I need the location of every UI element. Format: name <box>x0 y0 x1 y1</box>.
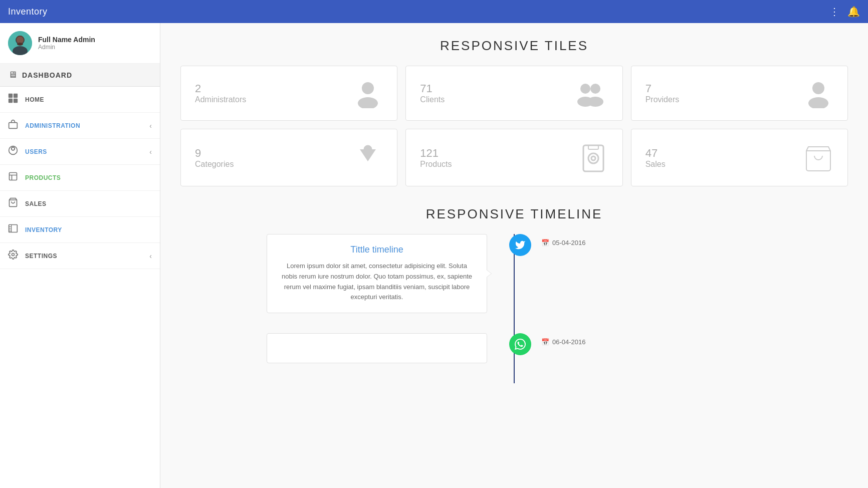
dashboard-label: DASHBOARD <box>22 71 72 79</box>
providers-icon <box>803 78 833 108</box>
body-layout: Full Name Admin Admin 🖥 DASHBOARD HOME A… <box>0 23 868 488</box>
bell-icon[interactable]: 🔔 <box>847 6 860 18</box>
tiles-section: RESPONSIVE TILES 2 Administrators <box>180 38 848 186</box>
sidebar-item-sales[interactable]: SALES <box>0 191 160 217</box>
svg-point-12 <box>12 147 15 150</box>
svg-point-5 <box>17 43 23 46</box>
home-icon <box>8 93 18 106</box>
sales-tile-icon <box>803 143 833 173</box>
user-name: Full Name Admin <box>38 36 95 44</box>
products-label: PRODUCTS <box>25 174 61 181</box>
settings-arrow: ‹ <box>149 252 152 260</box>
administrators-number: 2 <box>195 82 246 95</box>
tile-sales[interactable]: 47 Sales <box>631 129 848 186</box>
twitter-dot <box>509 234 531 256</box>
products-icon <box>8 171 18 184</box>
timeline-date-whatsapp: 📅 06-04-2016 <box>541 338 848 346</box>
tile-clients[interactable]: 71 Clients <box>405 66 622 121</box>
inventory-icon <box>8 223 18 236</box>
svg-point-23 <box>812 82 824 94</box>
svg-rect-7 <box>14 94 18 98</box>
svg-point-18 <box>358 97 378 108</box>
app-title: Inventory <box>8 7 48 17</box>
tile-providers-text: 7 Providers <box>645 82 680 104</box>
products-label: Products <box>420 160 452 169</box>
sales-number: 47 <box>645 147 666 160</box>
home-label: HOME <box>25 96 44 103</box>
tile-products-text: 121 Products <box>420 147 452 169</box>
monitor-icon: 🖥 <box>8 70 17 80</box>
sidebar-item-home[interactable]: HOME <box>0 87 160 113</box>
timeline-date-side-2: 📅 06-04-2016 <box>531 333 848 346</box>
products-icon <box>578 141 608 174</box>
timeline-section-title: RESPONSIVE TIMELINE <box>180 206 848 222</box>
svg-rect-10 <box>9 123 18 129</box>
inventory-label: INVENTORY <box>25 226 62 233</box>
sidebar-item-settings[interactable]: SETTINGS ‹ <box>0 243 160 269</box>
svg-rect-8 <box>9 99 13 103</box>
svg-point-28 <box>591 156 595 160</box>
providers-label: Providers <box>645 95 680 104</box>
categories-label: Categories <box>195 160 234 169</box>
sales-label: SALES <box>25 200 47 207</box>
sales-label: Sales <box>645 160 666 169</box>
sidebar-nav: HOME ADMINISTRATION ‹ USERS ‹ <box>0 87 160 269</box>
date-text: 05-04-2016 <box>552 239 586 247</box>
tile-categories-text: 9 Categories <box>195 147 234 169</box>
administration-arrow: ‹ <box>149 122 152 130</box>
users-label: USERS <box>25 148 47 155</box>
menu-dots-icon[interactable]: ⋮ <box>829 6 839 18</box>
timeline-card-whatsapp <box>267 333 487 363</box>
user-info: Full Name Admin Admin <box>38 36 95 51</box>
timeline-section: RESPONSIVE TIMELINE Tittle timeline Lore… <box>180 206 848 383</box>
products-number: 121 <box>420 147 452 160</box>
tile-sales-text: 47 Sales <box>645 147 666 169</box>
dashboard-section: 🖥 DASHBOARD <box>0 64 160 87</box>
users-icon <box>8 145 18 158</box>
timeline-item-whatsapp: 📅 06-04-2016 <box>180 333 848 363</box>
briefcase-icon <box>8 119 18 132</box>
tile-providers[interactable]: 7 Providers <box>631 66 848 121</box>
administrators-icon <box>353 78 383 108</box>
timeline-card-side: Tittle timeline Lorem ipsum dolor sit am… <box>180 234 509 313</box>
user-section: Full Name Admin Admin <box>0 23 160 64</box>
calendar-icon-2: 📅 <box>541 338 549 346</box>
sidebar-item-administration[interactable]: ADMINISTRATION ‹ <box>0 113 160 139</box>
svg-point-4 <box>17 37 24 44</box>
sidebar-item-users[interactable]: USERS ‹ <box>0 139 160 165</box>
svg-point-21 <box>590 84 600 94</box>
svg-rect-9 <box>14 99 18 103</box>
settings-icon <box>8 250 18 262</box>
tile-categories[interactable]: 9 Categories <box>180 129 397 186</box>
tiles-grid: 2 Administrators 71 Clients <box>180 66 848 186</box>
top-header: Inventory ⋮ 🔔 <box>0 0 868 23</box>
clients-number: 71 <box>420 82 445 95</box>
whatsapp-dot <box>509 333 531 355</box>
timeline-date-twitter: 📅 05-04-2016 <box>541 239 848 247</box>
timeline-dot-side-2 <box>509 333 531 355</box>
tile-products[interactable]: 121 Products <box>405 129 622 186</box>
sidebar-item-products[interactable]: PRODUCTS <box>0 165 160 191</box>
tiles-section-title: RESPONSIVE TILES <box>180 38 848 54</box>
timeline-arrow <box>487 270 492 278</box>
settings-label: SETTINGS <box>25 253 57 260</box>
sidebar-item-inventory[interactable]: INVENTORY <box>0 217 160 243</box>
avatar <box>8 31 32 55</box>
calendar-icon: 📅 <box>541 239 549 247</box>
timeline-card-side-2 <box>180 333 509 363</box>
tile-administrators[interactable]: 2 Administrators <box>180 66 397 121</box>
svg-rect-6 <box>9 94 13 98</box>
timeline-card-twitter: Tittle timeline Lorem ipsum dolor sit am… <box>267 234 487 313</box>
svg-point-24 <box>808 97 828 108</box>
header-right: ⋮ 🔔 <box>829 6 860 18</box>
svg-point-19 <box>580 84 590 94</box>
timeline-card-title: Tittle timeline <box>281 245 473 255</box>
administrators-label: Administrators <box>195 95 246 104</box>
sales-icon <box>8 197 18 210</box>
clients-icon <box>573 80 608 107</box>
user-role: Admin <box>38 44 95 51</box>
providers-number: 7 <box>645 82 680 95</box>
timeline-date-side: 📅 05-04-2016 <box>531 234 848 247</box>
timeline-item-twitter: Tittle timeline Lorem ipsum dolor sit am… <box>180 234 848 313</box>
svg-point-22 <box>587 97 603 107</box>
